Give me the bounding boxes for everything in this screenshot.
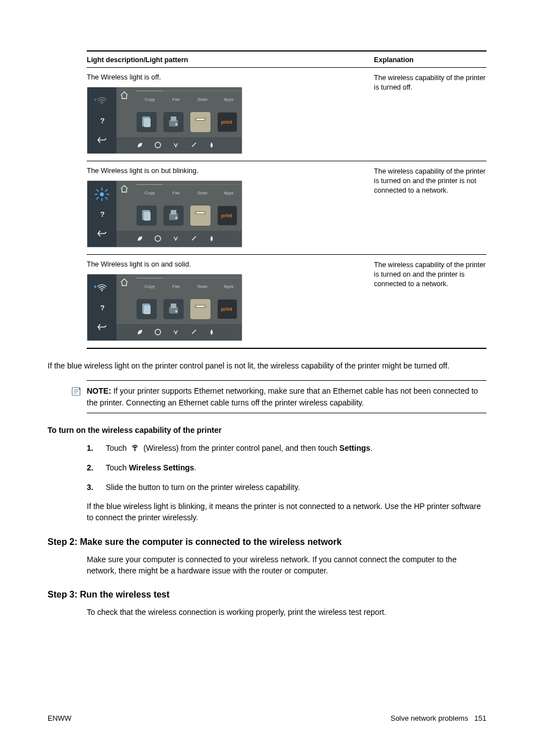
svg-text:print: print [221, 213, 232, 218]
settings-icon [172, 235, 179, 242]
light-pattern-table: Light description/Light pattern Explanat… [87, 50, 486, 349]
tab-fax: Fax [163, 184, 189, 195]
svg-point-31 [155, 236, 161, 241]
turn-on-wireless-title: To turn on the wireless capability of th… [48, 426, 486, 435]
step-number: 2. [87, 462, 96, 473]
page-footer: ENWW Solve network problems 151 [48, 714, 486, 722]
fax-app-icon [163, 299, 184, 319]
svg-rect-3 [144, 118, 151, 127]
explanation-text: The wireless capability of the printer i… [374, 260, 486, 289]
copy-app-icon [137, 112, 157, 132]
svg-text:?: ? [100, 116, 105, 124]
svg-point-45 [134, 450, 136, 451]
body-paragraph: If the blue wireless light on the printe… [48, 360, 486, 371]
tab-apps: Apps [216, 91, 242, 102]
svg-rect-27 [195, 214, 206, 219]
fax-app-icon [163, 112, 184, 132]
svg-line-18 [96, 197, 99, 199]
hp-icon [154, 142, 161, 148]
table-header-right: Explanation [374, 56, 486, 64]
note-label: NOTE: [87, 386, 111, 395]
note-block: NOTE: If your printer supports Ethernet … [87, 385, 486, 408]
help-icon: ? [98, 116, 106, 124]
light-desc: The Wireless light is off. [87, 73, 363, 81]
printer-panel-blinking: ? Copy Fax Scan Apps [87, 180, 242, 248]
home-icon [120, 184, 129, 193]
footer-page-number: 151 [474, 714, 486, 722]
svg-line-19 [105, 189, 107, 192]
eco-icon [137, 142, 143, 148]
svg-text:print: print [221, 306, 232, 312]
tab-fax: Fax [163, 278, 189, 289]
step-number: 3. [87, 482, 96, 493]
step3-body: To check that the wireless connection is… [87, 606, 486, 618]
tab-scan: Scan [189, 184, 216, 195]
svg-line-17 [105, 197, 107, 199]
svg-point-26 [175, 217, 177, 219]
light-desc: The Wireless light is on but blinking. [87, 167, 363, 175]
copy-app-icon [137, 299, 157, 319]
tab-fax: Fax [163, 91, 189, 102]
note-text: If your printer supports Ethernet networ… [87, 386, 478, 407]
scan-app-icon [190, 299, 210, 319]
turn-on-steps: 1. Touch (Wireless) from the printer con… [87, 442, 486, 493]
settings-icon [172, 329, 179, 335]
home-icon [120, 278, 129, 287]
home-icon [120, 91, 129, 100]
svg-point-0 [101, 102, 102, 104]
svg-rect-37 [171, 304, 176, 308]
tab-apps: Apps [216, 184, 242, 195]
tab-copy: Copy [137, 278, 163, 289]
explanation-text: The wireless capability of the printer i… [374, 167, 486, 195]
svg-rect-29 [196, 212, 204, 213]
wireless-icon [97, 97, 107, 105]
step-number: 1. [87, 442, 96, 454]
svg-text:?: ? [100, 210, 105, 218]
hp-icon [154, 329, 161, 335]
ink-icon [208, 329, 215, 335]
svg-rect-7 [195, 121, 206, 125]
svg-rect-25 [171, 210, 176, 214]
svg-rect-9 [196, 119, 204, 120]
note-icon [71, 386, 81, 398]
fax-app-icon [163, 206, 184, 226]
printer-panel-solid: ? Copy Fax Scan Apps [87, 274, 242, 341]
tab-apps: Apps [216, 278, 242, 289]
step2-heading: Step 2: Make sure the computer is connec… [48, 537, 486, 547]
table-header-left: Light description/Light pattern [87, 56, 374, 64]
footer-left: ENWW [48, 714, 72, 722]
eco-icon [137, 235, 143, 242]
help-icon: ? [98, 210, 106, 218]
hp-icon [154, 235, 161, 242]
tool-icon [190, 329, 197, 335]
explanation-text: The wireless capability of the printer i… [374, 73, 486, 92]
scan-app-icon [190, 112, 210, 132]
settings-icon [172, 142, 179, 148]
table-row: The Wireless light is on and solid. ? [87, 255, 486, 348]
tab-scan: Scan [189, 91, 216, 102]
table-row: The Wireless light is on but blinking. [87, 161, 486, 254]
table-row: The Wireless light is off. ? [87, 68, 486, 161]
wireless-icon [97, 284, 107, 292]
scan-app-icon [190, 206, 210, 226]
svg-text:?: ? [100, 304, 105, 311]
wireless-inline-icon [130, 443, 139, 454]
svg-point-43 [155, 329, 161, 335]
apps-app-icon: print [217, 299, 237, 319]
back-icon [97, 136, 106, 144]
ink-icon [208, 142, 215, 148]
svg-rect-41 [196, 306, 204, 307]
svg-point-11 [155, 142, 161, 148]
footer-section: Solve network problems [391, 714, 469, 722]
printer-panel-off: ? Copy Fax Scan Apps [87, 87, 242, 154]
after-steps-paragraph: If the blue wireless light is blinking, … [87, 501, 486, 524]
svg-rect-39 [195, 308, 206, 312]
svg-rect-5 [171, 116, 176, 121]
step3-heading: Step 3: Run the wireless test [48, 590, 486, 600]
help-icon: ? [98, 304, 106, 311]
svg-rect-23 [144, 212, 151, 221]
apps-app-icon: print [217, 206, 237, 226]
tab-scan: Scan [189, 278, 216, 289]
svg-point-6 [175, 123, 177, 125]
wireless-blinking-icon [92, 186, 111, 202]
